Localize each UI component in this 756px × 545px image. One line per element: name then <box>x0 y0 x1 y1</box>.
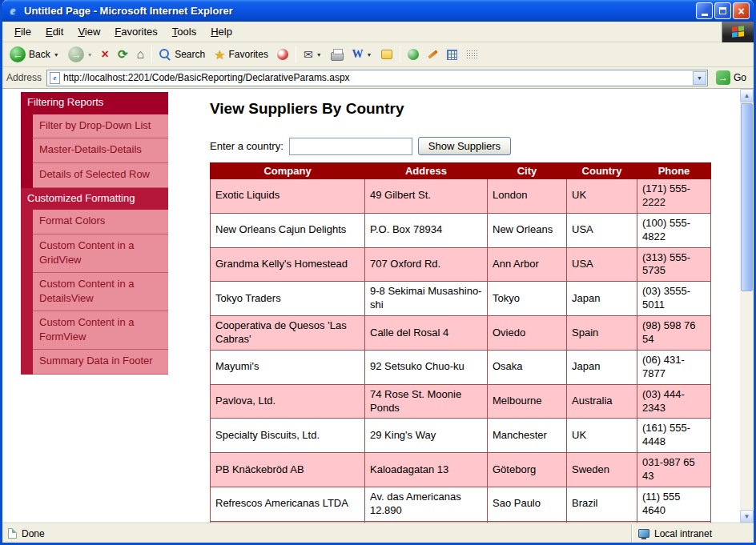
cell-address: 707 Oxford Rd. <box>365 247 488 282</box>
maximize-icon <box>719 7 726 14</box>
calculator-icon <box>447 50 457 60</box>
cell-country: USA <box>567 213 637 247</box>
table-row: Specialty Biscuits, Ltd. 29 King's Way M… <box>211 419 711 453</box>
toolbar-separator <box>296 46 296 63</box>
menu-item[interactable]: File <box>7 22 38 41</box>
table-header-cell: Country <box>567 163 637 179</box>
back-label: Back <box>29 49 50 60</box>
stop-button[interactable]: × <box>98 45 113 64</box>
cell-country: Japan <box>567 282 637 316</box>
sidebar-item[interactable]: Master-Details-Details <box>33 138 168 163</box>
edit-dropdown-icon[interactable]: ▼ <box>367 52 372 58</box>
country-input[interactable] <box>289 138 412 155</box>
messenger-icon <box>408 49 419 60</box>
cell-company: Cooperativa de Quesos 'Las Cabras' <box>211 316 365 351</box>
sidebar-item[interactable]: Details of Selected Row <box>33 163 168 188</box>
cell-phone: (03) 3555-5011 <box>637 282 711 316</box>
cell-country: Spain <box>567 316 637 351</box>
messenger-button[interactable] <box>404 46 423 62</box>
refresh-button[interactable]: ⟳ <box>114 45 132 64</box>
back-icon: ← <box>10 46 26 62</box>
sidebar-item[interactable]: Filter by Drop-Down List <box>33 114 168 139</box>
calculator-button[interactable] <box>443 47 461 62</box>
menu-item[interactable]: Edit <box>38 22 70 41</box>
table-row: Tokyo Traders 9-8 Sekimai Musashino-shi … <box>211 282 711 316</box>
cell-address: P.O. Box 78934 <box>365 213 488 247</box>
cell-city: Osaka <box>488 350 567 384</box>
maximize-button[interactable] <box>714 2 731 19</box>
cell-company: Mayumi's <box>211 350 365 384</box>
cell-country: UK <box>567 179 637 214</box>
cell-address: Av. das Americanas 12.890 <box>365 487 488 522</box>
sidebar-items: Filter by Drop-Down ListMaster-Details-D… <box>21 114 168 188</box>
scrollbar-thumb[interactable] <box>741 103 753 291</box>
mail-button[interactable]: ✉ ▼ <box>300 46 326 63</box>
address-dropdown-icon[interactable]: ▼ <box>693 71 706 85</box>
sidebar-item[interactable]: Format Colors <box>33 210 168 234</box>
grid-icon <box>466 50 477 59</box>
sidebar-item[interactable]: Custom Content in a DetailsView <box>33 273 168 311</box>
sidebar-item[interactable]: Custom Content in a FormView <box>33 311 168 350</box>
scroll-down-button[interactable]: ▼ <box>740 510 754 523</box>
media-button[interactable] <box>273 46 292 62</box>
cell-address: 29 King's Way <box>365 419 488 453</box>
cell-country: Brazil <box>567 487 637 522</box>
highlighter-button[interactable] <box>424 50 442 58</box>
table-row: Cooperativa de Quesos 'Las Cabras' Calle… <box>211 316 711 351</box>
favorites-button[interactable]: ★ Favorites <box>210 45 272 65</box>
back-button[interactable]: ← Back ▼ <box>6 44 63 65</box>
minimize-icon <box>702 14 708 16</box>
cell-city: Göteborg <box>488 453 567 487</box>
search-button[interactable]: Search <box>155 46 209 63</box>
home-button[interactable]: ⌂ <box>132 45 148 64</box>
cell-city: Sao Paulo <box>488 487 567 522</box>
table-body: Exotic Liquids 49 Gilbert St. London UK … <box>211 179 711 524</box>
cell-city: Manchester <box>488 419 567 453</box>
suppliers-table: CompanyAddressCityCountryPhone Exotic Li… <box>210 162 711 523</box>
cell-phone: (11) 555 4640 <box>637 487 711 522</box>
menu-item[interactable]: Tools <box>165 22 203 41</box>
back-dropdown-icon[interactable]: ▼ <box>54 52 59 58</box>
sidebar-item[interactable]: Summary Data in Footer <box>33 350 168 375</box>
mail-dropdown-icon[interactable]: ▼ <box>316 52 322 58</box>
forward-button[interactable]: → ▼ <box>64 44 97 65</box>
cell-country: Australia <box>567 384 637 419</box>
status-left: Done <box>5 528 631 539</box>
print-button[interactable] <box>327 46 348 63</box>
sidebar-section-customized-formatting: Customized Formatting Format ColorsCusto… <box>2 188 168 375</box>
menu-item[interactable]: View <box>70 22 107 41</box>
table-row: PB Knäckebröd AB Kaloadagatan 13 Götebor… <box>211 453 711 487</box>
security-zone: Local intranet <box>631 524 751 543</box>
menu-item[interactable]: Favorites <box>107 22 164 41</box>
cell-company: Specialty Biscuits, Ltd. <box>211 419 365 453</box>
page-content: Filtering Reports Filter by Drop-Down Li… <box>2 89 754 523</box>
cell-company: New Orleans Cajun Delights <box>211 213 365 247</box>
address-url: http://localhost:2201/Code/BasicReportin… <box>63 72 350 83</box>
mail-icon: ✉ <box>304 48 313 61</box>
stop-icon: × <box>102 47 109 62</box>
minimize-button[interactable] <box>696 2 713 19</box>
close-button[interactable]: × <box>733 2 750 19</box>
table-row: Grandma Kelly's Homestead 707 Oxford Rd.… <box>211 247 711 282</box>
go-button[interactable]: → Go <box>713 69 750 86</box>
highlighter-icon <box>428 50 438 58</box>
table-row: Mayumi's 92 Setsuko Chuo-ku Osaka Japan … <box>211 350 711 384</box>
discuss-button[interactable] <box>377 47 396 62</box>
show-suppliers-button[interactable]: Show Suppliers <box>418 137 511 155</box>
address-input[interactable]: e http://localhost:2201/Code/BasicReport… <box>46 70 708 86</box>
edit-button[interactable]: W ▼ <box>348 46 376 63</box>
cell-city: London <box>488 179 567 214</box>
sidebar-header-filtering-reports[interactable]: Filtering Reports <box>21 92 168 114</box>
home-icon: ⌂ <box>136 47 144 62</box>
grid-button[interactable] <box>462 47 481 62</box>
menu-item[interactable]: Help <box>203 22 239 41</box>
page-title: View Suppliers By Country <box>210 100 740 118</box>
sidebar-header-customized-formatting[interactable]: Customized Formatting <box>21 188 168 210</box>
cell-phone: (161) 555-4448 <box>637 419 711 453</box>
sidebar-item[interactable]: Custom Content in a GridView <box>33 234 168 273</box>
vertical-scrollbar[interactable]: ▲ ▼ <box>740 89 754 523</box>
cell-city: Oviedo <box>488 316 567 351</box>
table-row: New Orleans Cajun Delights P.O. Box 7893… <box>211 213 711 247</box>
address-label: Address <box>6 72 42 83</box>
scroll-up-button[interactable]: ▲ <box>740 89 754 102</box>
